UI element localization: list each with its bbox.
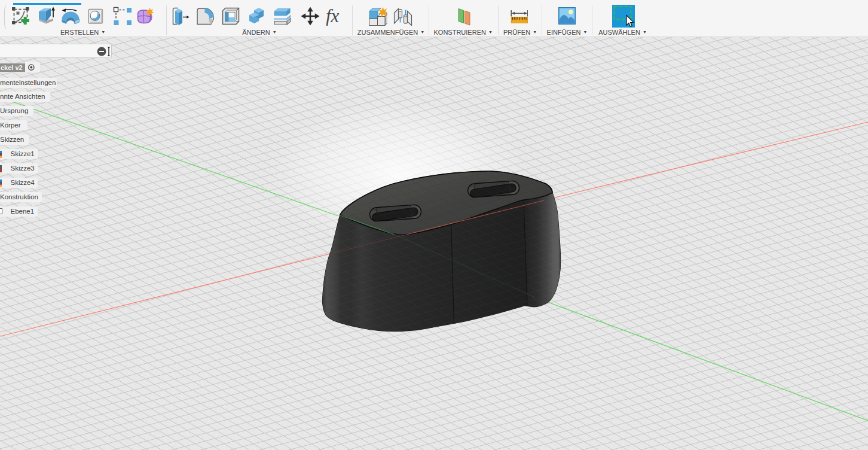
svg-text:fx: fx: [326, 7, 340, 26]
